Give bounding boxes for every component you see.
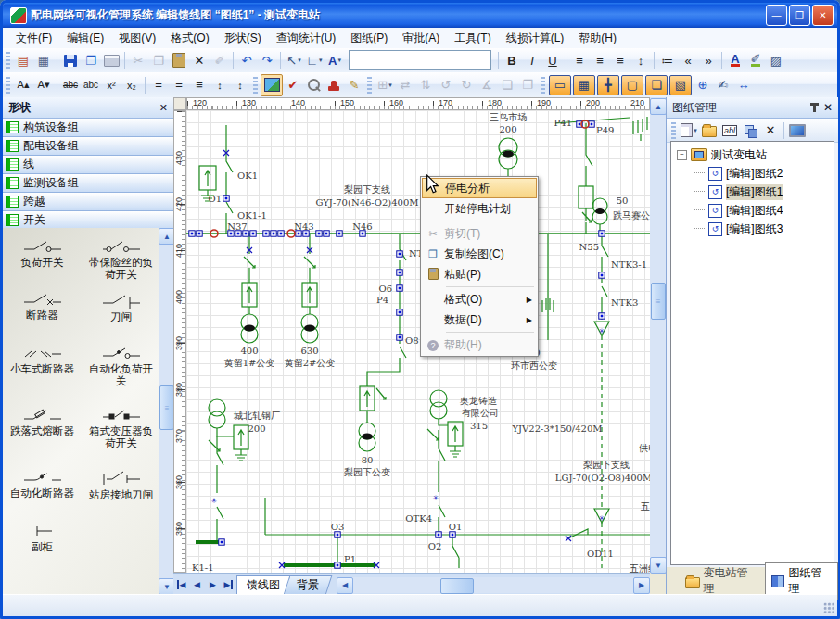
bold-button[interactable]: B [502, 50, 522, 70]
shape-properties-button[interactable]: ✍ [713, 75, 733, 95]
text-tool-button[interactable]: A▾ [325, 50, 345, 70]
fill-color-button[interactable]: ▨ [766, 50, 786, 70]
increase-indent-button[interactable]: » [698, 50, 719, 70]
rename-drawing-button[interactable]: abl [719, 120, 740, 141]
next-page-button[interactable]: ▶ [205, 576, 221, 593]
rotate-left-button[interactable]: ↺ [436, 75, 456, 95]
stencil-item[interactable]: 自动化断路器 [6, 468, 80, 501]
stencil-item[interactable]: 负荷开关 [6, 237, 80, 281]
new-drawing-button[interactable]: ▾ [679, 120, 699, 141]
print-preview-button[interactable]: ❐ [81, 50, 101, 70]
new-diagram-button[interactable]: ▤ [13, 50, 33, 70]
stencil-item[interactable]: 小车式断路器 [6, 344, 80, 387]
canvas-vertical-scrollbar[interactable]: ▲ ≡ ▼ [650, 97, 666, 573]
send-to-back-button[interactable]: ❐ [517, 75, 538, 95]
context-item-copy-drawing[interactable]: ❐复制绘图(C) [422, 244, 537, 264]
toolbar-grip[interactable] [541, 77, 545, 94]
minimize-button[interactable]: — [766, 5, 787, 26]
spacing-decrease-button[interactable]: ↕ [230, 75, 250, 95]
stencil-item[interactable]: 跌落式熔断器 [6, 406, 80, 449]
stencil-item[interactable]: 刀闸 [84, 290, 159, 323]
toggle-grid-button[interactable]: ▦ [573, 75, 595, 95]
paste-button[interactable] [169, 50, 189, 70]
close-icon[interactable]: ✕ [159, 102, 168, 114]
context-item-format[interactable]: 格式(O)▶ [422, 289, 537, 310]
shape-group-monitoring[interactable]: 监测设备组 [3, 174, 173, 193]
menu-help[interactable]: 帮助(H) [571, 28, 624, 49]
align-right-button[interactable]: ≡ [610, 50, 630, 70]
menu-view[interactable]: 视图(V) [111, 28, 163, 49]
toolbar-grip[interactable] [671, 122, 676, 139]
shape-group-distribution[interactable]: 配电设备组 [3, 137, 173, 156]
toolbar-grip[interactable] [367, 77, 372, 94]
open-drawing-button[interactable] [699, 120, 719, 141]
stencil-item[interactable]: 副柜 [6, 524, 80, 553]
redo-button[interactable]: ↷ [257, 50, 277, 70]
menu-approval[interactable]: 审批(A) [395, 28, 447, 49]
stencil-item[interactable]: 自动化负荷开关 [84, 344, 159, 387]
pan-zoom-button[interactable]: ⊕ [693, 75, 713, 95]
tree-root-substation[interactable]: − 测试变电站 [671, 145, 834, 164]
toggle-page-breaks-button[interactable]: ❏ [645, 75, 668, 95]
strikethrough-button[interactable]: abc [60, 75, 81, 95]
tab-feeder-diagram[interactable]: 馈线图 [236, 575, 290, 595]
superscript-button[interactable]: x² [101, 75, 121, 95]
tree-item-drawing3[interactable]: ↺ [编辑]图纸3 [671, 220, 834, 238]
approve-check-button[interactable]: ✔ [283, 75, 303, 95]
shape-group-structures[interactable]: 构筑设备组 [3, 119, 173, 137]
decrease-font-button[interactable]: A▾ [33, 75, 54, 95]
context-item-help[interactable]: ?帮助(H) [422, 335, 537, 355]
flip-horizontal-button[interactable]: ⇄ [395, 75, 415, 95]
stencil-item[interactable]: 断路器 [6, 290, 80, 323]
toolbar-grip[interactable] [253, 77, 258, 94]
restore-button[interactable]: ❐ [789, 5, 810, 26]
line-color-button[interactable]: ✐ [745, 50, 766, 70]
toolbar-grip[interactable] [6, 77, 10, 94]
menu-query-stats[interactable]: 查询统计(U) [269, 28, 344, 49]
menu-tools[interactable]: 工具(T) [447, 28, 498, 49]
decrease-indent-button[interactable]: « [678, 50, 698, 70]
menu-format[interactable]: 格式(O) [163, 28, 216, 49]
no-strikethrough-button[interactable]: abc [81, 75, 101, 95]
previous-page-button[interactable]: ◀ [189, 576, 205, 593]
menu-edit[interactable]: 编辑(E) [59, 28, 111, 49]
context-item-start-outage-plan[interactable]: 开始停电计划 [422, 198, 537, 219]
copy-drawing-button[interactable] [740, 120, 760, 141]
last-page-button[interactable]: ▶ [221, 576, 236, 593]
stencil-item[interactable]: 箱式变压器负荷开关 [84, 406, 159, 449]
scroll-up-button[interactable]: ▲ [650, 98, 667, 115]
context-item-data[interactable]: 数据(D)▶ [422, 310, 537, 330]
collapse-expander[interactable]: − [677, 150, 687, 160]
title-bar[interactable]: 配电网络可视化管理系统 编辑馈线图 “图纸1” - 测试变电站 — ❐ ✕ [3, 3, 837, 28]
scrollbar-thumb[interactable] [440, 578, 474, 594]
bullets-button[interactable]: ≔ [657, 50, 678, 70]
font-color-button[interactable]: A [725, 50, 745, 70]
resize-grip[interactable] [823, 602, 835, 614]
menu-file[interactable]: 文件(F) [8, 28, 59, 49]
underline-button[interactable]: U [542, 50, 563, 70]
toggle-connection-points-button[interactable]: ▢ [621, 75, 643, 95]
scroll-right-button[interactable]: ▶ [633, 577, 650, 594]
stamp-button[interactable] [324, 75, 344, 95]
canvas-horizontal-scrollbar[interactable]: ◀ ▶ [337, 577, 650, 593]
scrollbar-thumb[interactable]: ≡ [159, 385, 174, 430]
open-table-button[interactable]: ▦ [33, 50, 54, 70]
shape-group-crossing[interactable]: 跨越 [3, 193, 173, 211]
shape-group-lines[interactable]: 线 [3, 156, 173, 174]
menu-line-loss[interactable]: 线损计算(L) [499, 28, 572, 49]
context-item-cut[interactable]: ✂剪切(T) [422, 223, 537, 244]
stencil-scrollbar[interactable]: ▲ ≡ ▼ [159, 228, 173, 595]
line-spacing-2-button[interactable]: ≡ [189, 75, 210, 95]
search-document-button[interactable] [303, 75, 324, 95]
align-shapes-button[interactable]: ⊞▾ [375, 75, 395, 95]
context-item-paste[interactable]: 粘贴(P) [422, 264, 537, 284]
connector-tool-button[interactable]: ∟▾ [304, 50, 325, 70]
align-left-button[interactable]: ≡ [569, 50, 590, 70]
spacing-increase-button[interactable]: ↕ [210, 75, 230, 95]
tree-item-drawing1[interactable]: ↺ [编辑]图纸1 [671, 183, 834, 201]
scroll-down-button[interactable]: ▼ [650, 557, 667, 574]
delete-drawing-button[interactable]: ✕ [760, 120, 781, 141]
scrollbar-thumb[interactable]: ≡ [651, 283, 666, 320]
menu-drawing[interactable]: 图纸(P) [343, 28, 395, 49]
rotate-right-button[interactable]: ↻ [456, 75, 477, 95]
